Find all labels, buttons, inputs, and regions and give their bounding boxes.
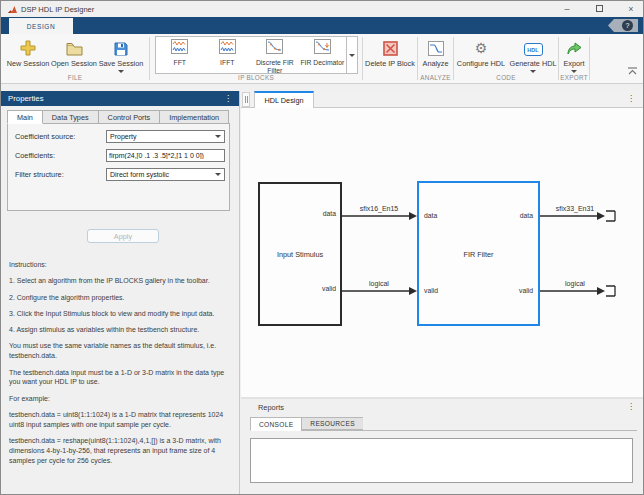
toolbar-separator [589, 37, 590, 80]
reports-panel: Reports ⋮ CONSOLE RESOURCES [241, 397, 643, 494]
analyze-section-label: ANALYZE [418, 74, 453, 81]
discrete-fir-filter-icon [266, 39, 283, 58]
arrowhead-icon [597, 287, 605, 295]
instruction-line: For example: [9, 394, 227, 404]
instruction-line: testbench.data = reshape(uint8(1:1:1024)… [9, 436, 227, 465]
properties-tabs: Main Data Types Control Ports Implementa… [7, 110, 230, 124]
fir-filter-block[interactable]: FIR Filter data valid data valid [417, 181, 540, 326]
filter-structure-select[interactable]: Direct form systolic [106, 168, 225, 181]
instructions-text: Instructions: 1. Select an algorithm fro… [9, 260, 227, 472]
tab-main[interactable]: Main [7, 110, 43, 124]
coefficient-source-select[interactable]: Property [106, 130, 225, 143]
hdl-canvas[interactable]: sfix16_En15 logical sfix33_En31 logical … [241, 108, 644, 397]
section-ip-blocks: FFT IFFT Discrete FIR Filter [150, 34, 362, 83]
tab-console[interactable]: CONSOLE [250, 417, 301, 431]
caret-down-icon [118, 70, 124, 73]
port-label-valid-in: valid [424, 287, 438, 294]
instruction-line: 4. Assign stimulus as variables within t… [9, 325, 227, 335]
window-title: DSP HDL IP Designer [21, 5, 94, 14]
ip-blocks-section-label: IP BLOCKS [150, 74, 362, 81]
caret-down-icon [571, 70, 577, 73]
section-analyze: Analyze ANALYZE [418, 34, 453, 83]
matlab-logo-icon [8, 5, 17, 14]
configure-hdl-button[interactable]: ⚙ Configure HDL [455, 36, 507, 68]
coefficients-input[interactable]: firpm(24,[0 .1 .3 .5]*2,[1 1 0 0]) [106, 149, 225, 162]
fft-icon [171, 39, 188, 58]
titlebar: DSP HDL IP Designer – × [1, 1, 643, 17]
open-session-button[interactable]: Open Session [50, 36, 98, 68]
export-button[interactable]: Export [560, 36, 588, 73]
instruction-line: You must use the same variable names as … [9, 341, 227, 361]
export-arrow-icon [566, 36, 582, 56]
instruction-line: testbench.data = uint8(1:1:1024) is a 1-… [9, 410, 227, 430]
gallery-item-fft[interactable]: FFT [156, 37, 204, 73]
analyze-icon [428, 36, 444, 56]
instruction-line: 2. Configure the algorithm properties. [9, 293, 227, 303]
plus-icon [20, 36, 36, 56]
arrowhead-icon [597, 212, 605, 220]
new-session-button[interactable]: New Session [5, 36, 51, 68]
collapse-toolstrip-button[interactable] [628, 61, 637, 79]
coefficient-source-label: Coefficient source: [15, 132, 75, 141]
reports-tabs-filler [363, 417, 637, 430]
app-window: DSP HDL IP Designer – × DESIGN ? New Ses… [0, 0, 644, 495]
ribbon-tabstrip: DESIGN ? [1, 17, 643, 34]
caret-down-icon [530, 70, 536, 73]
minimize-button[interactable]: – [561, 1, 573, 17]
caret-down-icon [215, 173, 221, 176]
block-label: Input Stimulus [260, 250, 340, 259]
toolbar: New Session Open Session Save Session FI… [1, 34, 643, 84]
close-button[interactable]: × [625, 1, 637, 17]
instruction-line: Instructions: [9, 260, 227, 270]
panel-grip[interactable] [242, 92, 250, 107]
analyze-button[interactable]: Analyze [419, 36, 452, 68]
question-icon: ? [622, 20, 633, 31]
port-label-data-in: data [424, 212, 437, 219]
caret-down-icon [349, 54, 355, 57]
tab-hdl-design[interactable]: HDL Design [254, 91, 314, 108]
section-code: ⚙ Configure HDL HDL Generate HDL CODE [454, 34, 558, 83]
input-stimulus-block[interactable]: Input Stimulus data valid [258, 182, 342, 326]
tab-control-ports[interactable]: Control Ports [99, 110, 161, 124]
delete-icon [383, 36, 398, 56]
tab-resources[interactable]: RESOURCES [301, 417, 362, 430]
properties-title: Properties [8, 94, 44, 103]
output-terminator-icon [606, 286, 615, 296]
ifft-icon [219, 39, 236, 58]
kebab-menu-icon[interactable]: ⋮ [627, 402, 635, 412]
help-button[interactable]: ? [608, 19, 638, 32]
properties-panel: Properties ⋮ Main Data Types Control Por… [1, 91, 240, 494]
save-session-button[interactable]: Save Session [97, 36, 145, 73]
generate-hdl-button[interactable]: HDL Generate HDL [509, 36, 557, 73]
instruction-line: 1. Select an algorithm from the IP BLOCK… [9, 276, 227, 286]
signal-label-data-in: sfix16_En15 [360, 205, 399, 213]
tab-data-types[interactable]: Data Types [43, 110, 99, 124]
reports-header: Reports ⋮ [241, 399, 643, 415]
tab-design[interactable]: DESIGN [9, 18, 73, 34]
reports-title: Reports [258, 403, 284, 412]
gallery-item-ifft[interactable]: IFFT [204, 37, 252, 73]
gallery-item-discrete-fir-filter[interactable]: Discrete FIR Filter [251, 37, 299, 73]
section-export: Export EXPORT [559, 34, 589, 83]
signal-label-data-out: sfix33_En31 [556, 205, 595, 213]
instruction-line: The testbench.data input must be a 1-D o… [9, 368, 227, 388]
caret-down-icon [215, 135, 221, 138]
section-file: New Session Open Session Save Session FI… [1, 34, 149, 83]
section-delete: Delete IP Block [363, 34, 417, 83]
arrowhead-icon [409, 212, 417, 220]
output-terminator-icon [606, 211, 615, 221]
maximize-button[interactable] [593, 1, 605, 17]
gallery-expand-button[interactable] [346, 37, 357, 73]
delete-ip-block-button[interactable]: Delete IP Block [365, 36, 415, 68]
kebab-menu-icon[interactable]: ⋮ [627, 94, 635, 104]
console-output [250, 438, 633, 483]
ip-blocks-gallery: FFT IFFT Discrete FIR Filter [155, 36, 358, 74]
gallery-item-fir-decimator[interactable]: FIR Decimator [299, 37, 347, 73]
apply-button[interactable]: Apply [87, 229, 159, 243]
coefficients-label: Coefficients: [15, 151, 55, 160]
kebab-menu-icon[interactable]: ⋮ [224, 94, 232, 104]
hdl-design-panel: HDL Design ⋮ [241, 91, 643, 494]
block-label: FIR Filter [419, 249, 538, 258]
main-tab-content: Coefficient source: Property Coefficient… [7, 123, 230, 211]
tab-implementation[interactable]: Implementation [160, 110, 229, 124]
